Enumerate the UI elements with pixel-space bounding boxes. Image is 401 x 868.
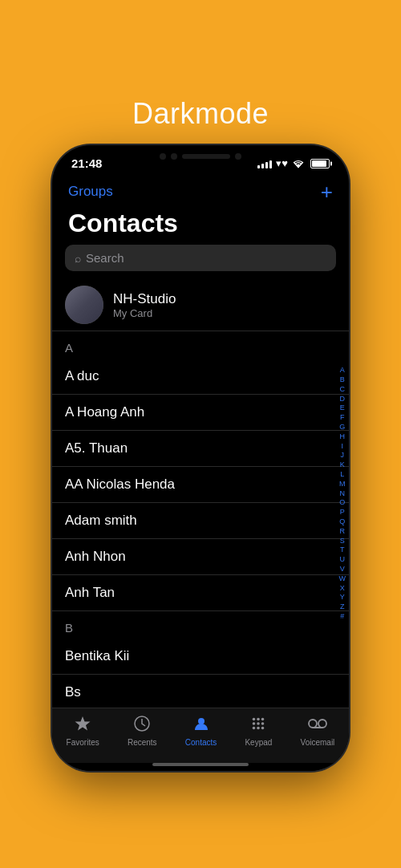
notch-faceid — [235, 153, 241, 160]
home-indicator — [52, 763, 349, 771]
svg-point-7 — [257, 722, 261, 725]
signal-icon — [257, 159, 272, 168]
section-header-A: A — [52, 331, 349, 359]
voicemail-label: Voicemail — [301, 738, 335, 747]
alpha-R[interactable]: R — [340, 527, 346, 536]
alpha-index[interactable]: ABCDEFGHIJKLMNOPQRSTUVWXYZ# — [339, 279, 346, 708]
alpha-A[interactable]: A — [340, 366, 345, 375]
list-item[interactable]: Anh Nhon — [52, 539, 349, 575]
svg-point-13 — [318, 720, 326, 728]
alpha-E[interactable]: E — [340, 404, 345, 412]
alpha-J[interactable]: J — [341, 451, 345, 460]
add-contact-button[interactable]: + — [321, 181, 333, 202]
page-heading: Contacts — [52, 205, 349, 245]
svg-point-10 — [257, 727, 261, 730]
alpha-F[interactable]: F — [340, 413, 345, 422]
contacts-scroll[interactable]: ABCDEFGHIJKLMNOPQRSTUVWXYZ# NH-Studio My… — [52, 279, 349, 708]
alpha-O[interactable]: O — [339, 498, 345, 507]
recents-label: Recents — [128, 738, 157, 747]
alpha-M[interactable]: M — [339, 480, 346, 489]
tab-bar: FavoritesRecentsContacts KeypadVoicemail — [52, 708, 349, 763]
svg-point-4 — [257, 718, 261, 721]
home-indicator-bar — [152, 763, 249, 766]
status-icons: ▾♥ — [257, 157, 330, 169]
groups-button[interactable]: Groups — [68, 184, 113, 200]
contact-name: A duc — [65, 368, 99, 384]
screen: 21:48 ▾♥ — [52, 145, 349, 771]
contacts-heading: Contacts — [68, 209, 333, 238]
alpha-Q[interactable]: Q — [339, 517, 345, 526]
alpha-V[interactable]: V — [340, 565, 345, 574]
alpha-P[interactable]: P — [340, 508, 345, 517]
alpha-U[interactable]: U — [340, 555, 346, 564]
contact-name: AA Nicolas Henda — [65, 477, 175, 493]
svg-marker-0 — [75, 716, 91, 731]
alpha-#[interactable]: # — [340, 612, 344, 621]
contacts-list: NH-Studio My Card AA ducA Hoang AnhA5. T… — [52, 279, 349, 708]
tab-favorites[interactable]: Favorites — [67, 715, 99, 747]
alpha-L[interactable]: L — [340, 470, 344, 479]
nav-bar: Groups + — [52, 176, 349, 205]
avatar — [65, 286, 103, 324]
status-time: 21:48 — [71, 156, 102, 170]
svg-point-5 — [261, 718, 265, 721]
contact-name: A5. Thuan — [65, 440, 128, 456]
svg-point-8 — [261, 722, 265, 725]
alpha-S[interactable]: S — [340, 537, 345, 546]
alpha-I[interactable]: I — [341, 442, 343, 451]
list-item[interactable]: Anh Tan — [52, 575, 349, 611]
svg-point-9 — [253, 727, 256, 730]
list-item[interactable]: A5. Thuan — [52, 431, 349, 467]
favorites-label: Favorites — [67, 738, 99, 747]
wifi-icon: ▾♥ — [276, 157, 288, 169]
list-item[interactable]: A duc — [52, 359, 349, 395]
contact-name: Anh Tan — [65, 585, 115, 601]
keypad-label: Keypad — [245, 738, 272, 747]
contact-name: Bentika Kii — [65, 648, 129, 664]
tab-recents[interactable]: Recents — [128, 715, 157, 747]
notch-sensor — [171, 153, 177, 160]
contacts-label: Contacts — [185, 738, 217, 747]
page-title: Darkmode — [132, 97, 269, 131]
alpha-N[interactable]: N — [340, 489, 346, 498]
svg-point-11 — [261, 727, 265, 730]
alpha-X[interactable]: X — [340, 584, 345, 593]
battery-icon — [310, 159, 330, 168]
voicemail-icon — [306, 715, 329, 736]
favorites-icon — [74, 715, 91, 736]
list-item[interactable]: Bs — [52, 675, 349, 708]
keypad-icon — [249, 715, 267, 736]
search-icon: ⌕ — [75, 252, 81, 265]
alpha-W[interactable]: W — [339, 574, 346, 583]
tab-keypad[interactable]: Keypad — [245, 715, 272, 747]
list-item[interactable]: A Hoang Anh — [52, 395, 349, 431]
search-bar[interactable]: ⌕ Search — [65, 245, 336, 271]
alpha-T[interactable]: T — [340, 546, 345, 554]
tab-contacts[interactable]: Contacts — [185, 715, 217, 747]
tab-voicemail[interactable]: Voicemail — [301, 715, 335, 747]
svg-point-3 — [253, 718, 256, 721]
list-item[interactable]: AA Nicolas Henda — [52, 467, 349, 503]
alpha-H[interactable]: H — [340, 432, 346, 441]
alpha-C[interactable]: C — [340, 385, 346, 394]
alpha-Y[interactable]: Y — [340, 593, 345, 602]
list-item[interactable]: Bentika Kii — [52, 639, 349, 675]
list-item[interactable]: Adam smith — [52, 503, 349, 539]
svg-point-12 — [309, 720, 317, 728]
alpha-B[interactable]: B — [340, 375, 345, 384]
alpha-G[interactable]: G — [339, 423, 345, 432]
notch-line — [182, 154, 230, 159]
svg-point-2 — [198, 718, 205, 724]
alpha-Z[interactable]: Z — [340, 602, 345, 611]
alpha-K[interactable]: K — [340, 460, 345, 469]
wifi-icon — [292, 159, 305, 168]
section-header-B: B — [52, 611, 349, 639]
search-input[interactable]: Search — [86, 251, 124, 265]
my-card[interactable]: NH-Studio My Card — [52, 279, 349, 331]
recents-icon — [133, 715, 151, 736]
contact-name: Anh Nhon — [65, 549, 126, 565]
contact-name: A Hoang Anh — [65, 404, 144, 420]
contact-name: Adam smith — [65, 513, 137, 529]
svg-point-6 — [253, 722, 256, 725]
alpha-D[interactable]: D — [340, 395, 346, 404]
